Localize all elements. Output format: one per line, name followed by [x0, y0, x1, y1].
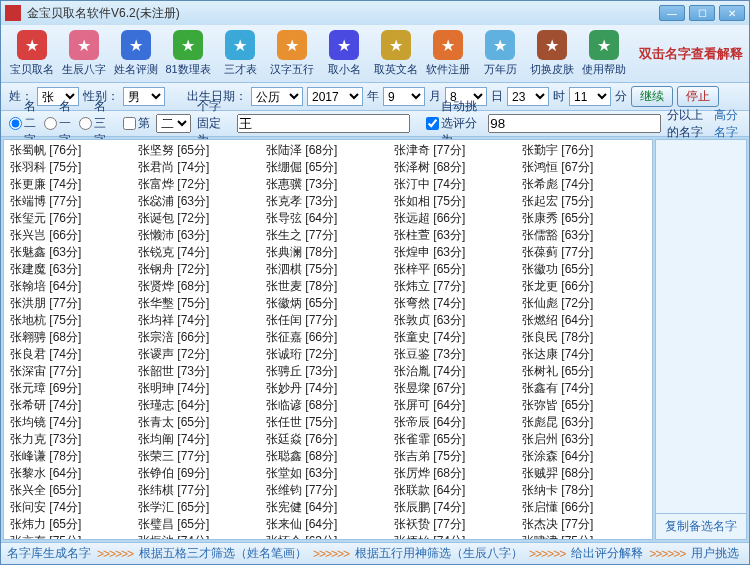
name-item[interactable]: 张儒豁 [63分]: [520, 227, 648, 244]
name-item[interactable]: 张克孝 [73分]: [264, 193, 392, 210]
name-item[interactable]: 张炜立 [77分]: [392, 278, 520, 295]
name-item[interactable]: 张燃绍 [64分]: [520, 312, 648, 329]
copy-selected-button[interactable]: 复制备选名字: [656, 513, 746, 539]
name-item[interactable]: 张仙彪 [72分]: [520, 295, 648, 312]
name-item[interactable]: 张杰决 [77分]: [520, 516, 648, 533]
name-item[interactable]: 张铮伯 [69分]: [136, 465, 264, 482]
year-select[interactable]: 2017: [307, 87, 363, 106]
toolbar-软件注册[interactable]: ★软件注册: [423, 30, 473, 77]
name-item[interactable]: 张诚珩 [72分]: [264, 346, 392, 363]
name-item[interactable]: 张龙更 [66分]: [520, 278, 648, 295]
name-list[interactable]: 张蜀帆 [76分]张羽科 [75分]张更廉 [74分]张端博 [77分]张玺元 …: [3, 139, 653, 540]
name-item[interactable]: 张富烨 [72分]: [136, 176, 264, 193]
name-item[interactable]: 张地杭 [75分]: [8, 312, 136, 329]
toolbar-生辰八字[interactable]: ★生辰八字: [59, 30, 109, 77]
name-item[interactable]: 张堂如 [63分]: [264, 465, 392, 482]
name-item[interactable]: 张荣三 [77分]: [136, 448, 264, 465]
name-item[interactable]: 张彪昆 [63分]: [520, 414, 648, 431]
name-item[interactable]: 张端博 [77分]: [8, 193, 136, 210]
name-item[interactable]: 张鸿恒 [67分]: [520, 159, 648, 176]
name-item[interactable]: 张任闰 [77分]: [264, 312, 392, 329]
fixed-pos-select[interactable]: 二: [156, 114, 191, 133]
toolbar-宝贝取名[interactable]: ★宝贝取名: [7, 30, 57, 77]
stop-button[interactable]: 停止: [677, 86, 719, 107]
name-item[interactable]: 张啸津 [75分]: [520, 533, 648, 540]
name-item[interactable]: 张康秀 [65分]: [520, 210, 648, 227]
continue-button[interactable]: 继续: [631, 86, 673, 107]
name-item[interactable]: 张钢舟 [72分]: [136, 261, 264, 278]
name-item[interactable]: 张元璋 [69分]: [8, 380, 136, 397]
name-item[interactable]: 张炳始 [74分]: [392, 533, 520, 540]
name-item[interactable]: 张学汇 [65分]: [136, 499, 264, 516]
name-item[interactable]: 张惢浦 [63分]: [136, 193, 264, 210]
name-item[interactable]: 张厉烨 [68分]: [392, 465, 520, 482]
name-item[interactable]: 张来仙 [64分]: [264, 516, 392, 533]
name-item[interactable]: 张屏可 [64分]: [392, 397, 520, 414]
calendar-select[interactable]: 公历: [251, 87, 303, 106]
name-item[interactable]: 张京存 [75分]: [8, 533, 136, 540]
name-item[interactable]: 张问安 [74分]: [8, 499, 136, 516]
name-item[interactable]: 张良君 [74分]: [8, 346, 136, 363]
name-item[interactable]: 张吉弟 [75分]: [392, 448, 520, 465]
name-item[interactable]: 张希研 [74分]: [8, 397, 136, 414]
name-item[interactable]: 张生之 [77分]: [264, 227, 392, 244]
maximize-button[interactable]: ☐: [689, 5, 715, 21]
name-item[interactable]: 张贼羿 [68分]: [520, 465, 648, 482]
name-item[interactable]: 张兴岂 [66分]: [8, 227, 136, 244]
name-item[interactable]: 张希彪 [74分]: [520, 176, 648, 193]
name-item[interactable]: 张韶世 [73分]: [136, 363, 264, 380]
name-item[interactable]: 张瑾志 [64分]: [136, 397, 264, 414]
name-item[interactable]: 张治胤 [74分]: [392, 363, 520, 380]
name-item[interactable]: 张羽科 [75分]: [8, 159, 136, 176]
name-item[interactable]: 张翱骋 [68分]: [8, 329, 136, 346]
name-item[interactable]: 张征嘉 [66分]: [264, 329, 392, 346]
name-item[interactable]: 张昱墚 [67分]: [392, 380, 520, 397]
name-item[interactable]: 张徽炳 [65分]: [264, 295, 392, 312]
name-item[interactable]: 张懒沛 [63分]: [136, 227, 264, 244]
name-item[interactable]: 张鑫有 [74分]: [520, 380, 648, 397]
name-item[interactable]: 张敦贞 [63分]: [392, 312, 520, 329]
name-item[interactable]: 张建魔 [63分]: [8, 261, 136, 278]
name-item[interactable]: 张华墼 [75分]: [136, 295, 264, 312]
name-item[interactable]: 张更廉 [74分]: [8, 176, 136, 193]
name-item[interactable]: 张临谚 [68分]: [264, 397, 392, 414]
name-item[interactable]: 张典澜 [78分]: [264, 244, 392, 261]
toolbar-使用帮助[interactable]: ★使用帮助: [579, 30, 629, 77]
toolbar-取英文名[interactable]: ★取英文名: [371, 30, 421, 77]
name-item[interactable]: 张津奇 [77分]: [392, 142, 520, 159]
name-item[interactable]: 张弥皆 [65分]: [520, 397, 648, 414]
name-item[interactable]: 张达康 [74分]: [520, 346, 648, 363]
name-item[interactable]: 张陆泽 [68分]: [264, 142, 392, 159]
name-item[interactable]: 张泗棋 [75分]: [264, 261, 392, 278]
name-item[interactable]: 张启州 [63分]: [520, 431, 648, 448]
name-item[interactable]: 张玺元 [76分]: [8, 210, 136, 227]
name-item[interactable]: 张柱萱 [63分]: [392, 227, 520, 244]
name-item[interactable]: 张纳卡 [78分]: [520, 482, 648, 499]
name-item[interactable]: 张启懂 [66分]: [520, 499, 648, 516]
name-item[interactable]: 张锐克 [74分]: [136, 244, 264, 261]
high-score-link[interactable]: 高分名字: [714, 107, 741, 141]
toolbar-取小名[interactable]: ★取小名: [319, 30, 369, 77]
toolbar-三才表[interactable]: ★三才表: [215, 30, 265, 77]
name-item[interactable]: 张弯然 [74分]: [392, 295, 520, 312]
name-item[interactable]: 张泽树 [68分]: [392, 159, 520, 176]
name-item[interactable]: 张振池 [74分]: [136, 533, 264, 540]
name-item[interactable]: 张世麦 [78分]: [264, 278, 392, 295]
hour-select[interactable]: 23: [507, 87, 549, 106]
gender-select[interactable]: 男: [123, 87, 165, 106]
name-item[interactable]: 张洪朋 [77分]: [8, 295, 136, 312]
name-item[interactable]: 张翰培 [64分]: [8, 278, 136, 295]
toolbar-姓名评测[interactable]: ★姓名评测: [111, 30, 161, 77]
toolbar-万年历[interactable]: ★万年历: [475, 30, 525, 77]
minute-select[interactable]: 11: [569, 87, 611, 106]
name-item[interactable]: 张帝辰 [64分]: [392, 414, 520, 431]
name-item[interactable]: 张起宏 [75分]: [520, 193, 648, 210]
name-item[interactable]: 张均祥 [74分]: [136, 312, 264, 329]
name-item[interactable]: 张维钧 [77分]: [264, 482, 392, 499]
toolbar-切换皮肤[interactable]: ★切换皮肤: [527, 30, 577, 77]
name-item[interactable]: 张勤宇 [76分]: [520, 142, 648, 159]
name-item[interactable]: 张蜀帆 [76分]: [8, 142, 136, 159]
toolbar-汉字五行[interactable]: ★汉字五行: [267, 30, 317, 77]
name-item[interactable]: 张青太 [65分]: [136, 414, 264, 431]
name-item[interactable]: 张树礼 [65分]: [520, 363, 648, 380]
